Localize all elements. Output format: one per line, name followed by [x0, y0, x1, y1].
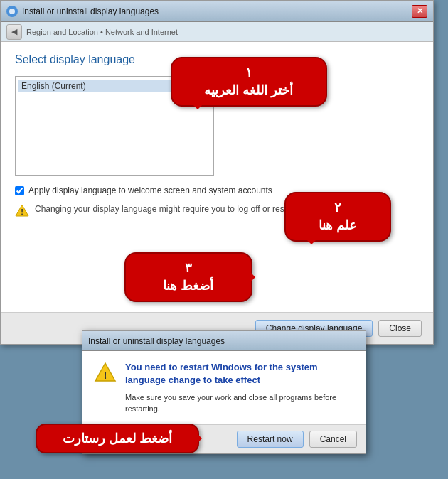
cancel-button[interactable]: Cancel [309, 431, 357, 448]
second-text-area: You need to restart Windows for the syst… [125, 361, 354, 414]
bubble2-number: ٢ [299, 199, 377, 217]
second-content: ! You need to restart Windows for the sy… [82, 351, 366, 424]
breadcrumb: Region and Location • Network and Intern… [26, 28, 178, 36]
restart-now-button[interactable]: Restart now [237, 431, 304, 448]
svg-point-0 [9, 9, 15, 14]
annotation-bubble-2: ٢ علم هنا [284, 192, 391, 242]
nav-bar: ◀ Region and Location • Network and Inte… [1, 22, 433, 42]
annotation-bubble-4: أضغط لعمل رستارت [36, 424, 199, 453]
apply-checkbox[interactable] [15, 186, 24, 195]
title-bar: Install or uninstall display languages ✕ [1, 1, 433, 22]
bubble4-text: أضغط لعمل رستارت [63, 431, 172, 446]
bubble1-text: أختر اللغه العربيه [185, 82, 313, 99]
annotation-bubble-3: ٣ أضغط هنا [124, 252, 252, 302]
bubble1-number: ١ [185, 64, 313, 82]
title-bar-text: Install or uninstall display languages [22, 6, 412, 16]
bubble3-number: ٣ [139, 259, 238, 277]
checkbox-label: Apply display language to welcome screen… [28, 185, 272, 195]
second-title-bar: Install or uninstall display languages [82, 331, 366, 351]
second-title-text: Install or uninstall display languages [88, 336, 225, 346]
close-button-footer[interactable]: Close [378, 320, 422, 337]
bubble3-text: أضغط هنا [139, 277, 238, 295]
second-warning-icon: ! [94, 361, 117, 384]
svg-text:!: ! [21, 208, 23, 216]
bubble2-text: علم هنا [299, 217, 377, 235]
dialog-icon [6, 6, 18, 17]
svg-text:!: ! [104, 370, 107, 381]
warning-icon: ! [15, 203, 29, 217]
back-button[interactable]: ◀ [6, 24, 22, 40]
close-button[interactable]: ✕ [412, 5, 427, 18]
restart-sub-text: Make sure you save your work and close a… [125, 392, 354, 414]
annotation-bubble-1: ١ أختر اللغه العربيه [171, 57, 327, 107]
restart-main-text: You need to restart Windows for the syst… [125, 361, 354, 387]
